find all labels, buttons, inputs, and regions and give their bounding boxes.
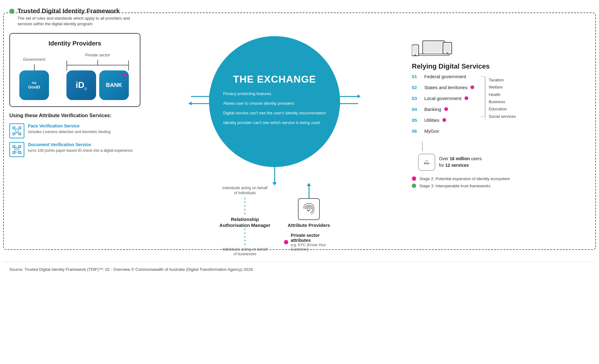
left-panel: Identity Providers Government my GovID (9, 33, 140, 258)
item-name-02: States and territories (424, 85, 467, 90)
face-verification-icon (9, 123, 24, 138)
svg-rect-7 (13, 152, 15, 154)
item-name-03: Local government (424, 96, 461, 101)
service-taxation: Taxation (489, 76, 516, 84)
identity-providers-box: Identity Providers Government my GovID (9, 33, 140, 107)
dashed-line-top (245, 198, 245, 216)
relying-item-05: 05 Utilities (412, 117, 474, 123)
service-welfare: Welfare (489, 84, 516, 91)
stage-2-label: Stage 2: Potential expansion of identity… (419, 176, 510, 181)
svg-rect-9 (15, 147, 19, 152)
mygov-stat: Over 16 million usersfor 12 services (439, 156, 482, 169)
item-04-dot (444, 107, 448, 111)
svg-rect-21 (413, 46, 418, 54)
svg-rect-5 (13, 146, 15, 147)
svg-point-19 (447, 52, 448, 54)
feature-2: Allows user to choose identity providers (223, 101, 326, 106)
mygov-card: my GovID (19, 70, 49, 100)
exchange-title: THE EXCHANGE (233, 74, 316, 85)
relying-item-03: 03 Local government (412, 96, 474, 101)
green-dot-icon (9, 9, 14, 14)
feature-4: Identity provider can't see which servic… (223, 120, 326, 126)
private-provider-col: Private sector iDD (65, 53, 130, 100)
ram-box: Relationship Authorisation Manager (215, 216, 275, 228)
attribute-verification-section: Using these Attribute Verification Servi… (9, 113, 140, 157)
face-service-desc: includes Liveness detection and biometri… (28, 129, 110, 135)
svg-rect-2 (13, 133, 15, 135)
item-name-06: MyGov (424, 128, 439, 134)
relying-header: Relying Digital Services (412, 33, 590, 70)
center-bottom: Individuals acting on behalf of individu… (147, 186, 402, 258)
item-name-05: Utilities (424, 117, 439, 123)
svg-rect-1 (19, 127, 21, 129)
svg-point-22 (415, 54, 416, 55)
face-service-title: Face Verification Service (28, 123, 110, 128)
relying-item-04: 04 Banking (412, 107, 474, 112)
devices-icon (412, 33, 590, 59)
svg-rect-8 (19, 152, 21, 154)
stage-3-label: Stage 3: Interoperable trust frameworks (419, 184, 490, 188)
ram-col: Individuals acting on behalf of individu… (215, 186, 275, 258)
svg-rect-6 (19, 146, 21, 147)
down-arrow-exchange (274, 167, 275, 183)
relying-item-02: 02 States and territories (412, 85, 474, 90)
item-number-01: 01 (412, 74, 421, 79)
item-03-dot (465, 96, 468, 100)
exchange-features-list: Privacy protecting features Allows user … (223, 91, 326, 130)
bank-card: BANK (99, 70, 129, 100)
individuals-top-label: Individuals acting on behalf of individu… (222, 186, 268, 195)
right-arrows (339, 96, 358, 104)
exchange-circle: THE EXCHANGE Privacy protecting features… (209, 36, 340, 167)
svg-rect-18 (444, 43, 451, 52)
services-list: Taxation Welfare Health Business Educati… (485, 76, 516, 120)
up-arrow-attr (309, 186, 309, 198)
relying-item-01: 01 Federal government (412, 74, 474, 79)
attr-prov-title: Attribute Providers (288, 223, 330, 228)
government-provider-col: Government my GovID (19, 57, 49, 100)
doc-verification-icon (9, 142, 24, 157)
item-number-03: 03 (412, 96, 421, 101)
svg-point-4 (15, 129, 18, 132)
ram-title: Relationship Authorisation Manager (215, 216, 275, 228)
center-panel: THE EXCHANGE Privacy protecting features… (140, 33, 409, 258)
source-footer: Source: Trusted Digital Identity Framewo… (3, 262, 596, 275)
individuals-bottom-label: Individuals acting on behalf of business… (222, 247, 268, 257)
bank-dot-icon (123, 73, 126, 77)
item-02-dot (470, 85, 474, 89)
identity-providers-title: Identity Providers (16, 40, 134, 47)
mygov-bottom-row (418, 142, 590, 151)
right-top-inner: 01 Federal government 02 States and terr… (412, 74, 590, 139)
framework-title: Trusted Digital Identity Framework (17, 7, 136, 15)
dashed-line-bottom (245, 228, 245, 247)
attr-verification-title: Using these Attribute Verification Servi… (9, 113, 140, 119)
svg-rect-0 (13, 127, 15, 129)
id-card: iDD (66, 70, 96, 100)
exchange-with-arrows: THE EXCHANGE Privacy protecting features… (147, 33, 402, 167)
feature-1: Privacy protecting features (223, 91, 326, 97)
private-providers-group: iDD BANK (66, 70, 129, 100)
doc-service-desc: turns 100 points paper-based ID check in… (28, 148, 133, 153)
attr-prov-icon (298, 198, 320, 220)
feature-3: Digital service can't see the user's ide… (223, 111, 326, 116)
stage-3-item: Stage 3: Interoperable trust frameworks (412, 184, 590, 188)
private-sector-label: Private sector attributes (291, 233, 334, 243)
item-number-02: 02 (412, 85, 421, 90)
item-number-06: 06 (412, 128, 421, 134)
framework-subtitle: The set of rules and standards which app… (17, 16, 136, 27)
services-bracket (480, 76, 485, 117)
item-name-04: Banking (424, 107, 441, 112)
item-05-dot (442, 118, 446, 122)
svg-point-13 (308, 208, 310, 210)
stage-2-dot (412, 176, 416, 181)
service-health: Health (489, 91, 516, 98)
svg-rect-15 (424, 42, 444, 53)
service-social: Social services (489, 113, 516, 120)
government-label: Government (23, 57, 46, 62)
right-panel: Relying Digital Services 01 Federal gove… (409, 33, 590, 258)
item-number-04: 04 (412, 107, 421, 112)
arrow-from-exchange-1 (191, 103, 210, 104)
arrow-to-exchange-1 (191, 96, 210, 97)
stage-3-dot (412, 184, 416, 188)
service-business: Business (489, 98, 516, 105)
private-sector-attr-row: Private sector attributes e.g. KYC (Know… (284, 233, 334, 251)
